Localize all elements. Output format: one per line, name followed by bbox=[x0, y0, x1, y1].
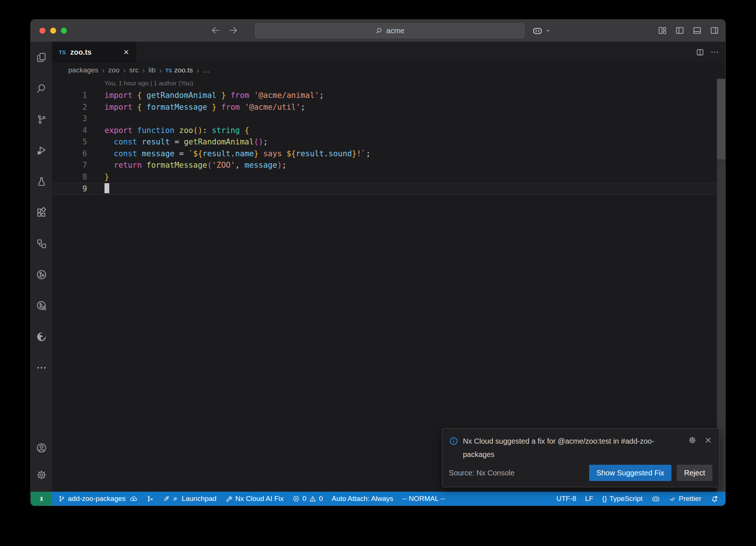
code-token: getRandomAnimal bbox=[184, 137, 254, 146]
customize-layout-icon[interactable] bbox=[657, 25, 667, 35]
testing-icon[interactable] bbox=[36, 176, 47, 187]
git-branch-status[interactable]: add-zoo-packages bbox=[58, 495, 138, 503]
code-token: zoo bbox=[179, 126, 193, 135]
code-line[interactable]: 5 const result = getRandomAnimal(); bbox=[52, 136, 725, 148]
tab-zoo-ts[interactable]: TS zoo.ts ✕ bbox=[52, 42, 136, 62]
activity-bar bbox=[31, 42, 52, 492]
code-token bbox=[104, 149, 114, 158]
code-line[interactable]: 1import { getRandomAnimal } from '@acme/… bbox=[52, 90, 725, 102]
code-line[interactable]: 7 return formatMessage('ZOO', message); bbox=[52, 160, 725, 171]
close-window-button[interactable] bbox=[39, 28, 45, 34]
code-line[interactable]: 9 bbox=[52, 183, 725, 195]
nx-cloud-icon[interactable] bbox=[36, 300, 47, 311]
settings-gear-icon[interactable] bbox=[36, 469, 47, 481]
git-branch-icon bbox=[58, 495, 65, 502]
explorer-icon[interactable] bbox=[36, 52, 47, 63]
back-arrow-icon[interactable] bbox=[210, 25, 221, 36]
copilot-status-icon bbox=[652, 495, 660, 503]
code-token: 'ZOO' bbox=[212, 161, 235, 170]
formatter-label: Prettier bbox=[679, 495, 701, 503]
line-number: 7 bbox=[52, 160, 87, 171]
breadcrumb-item[interactable]: src bbox=[129, 66, 138, 74]
breadcrumb-file[interactable]: TSzoo.ts bbox=[165, 66, 193, 74]
vim-mode-status[interactable]: -- NORMAL -- bbox=[402, 495, 445, 503]
notification-close-icon[interactable] bbox=[704, 436, 712, 444]
formatter-status[interactable]: Prettier bbox=[669, 495, 701, 503]
breadcrumb-item[interactable]: zoo bbox=[108, 66, 120, 74]
code-token: import bbox=[104, 103, 133, 112]
code-token: () bbox=[254, 137, 263, 146]
code-line[interactable]: 4export function zoo(): string { bbox=[52, 125, 725, 137]
more-views-icon[interactable] bbox=[36, 362, 47, 373]
code-token bbox=[133, 103, 137, 112]
line-number: 9 bbox=[52, 183, 87, 195]
code-token: ) bbox=[277, 161, 282, 170]
scrollbar-slider[interactable] bbox=[717, 79, 725, 160]
show-suggested-fix-button[interactable]: Show Suggested Fix bbox=[589, 465, 671, 481]
code-token: result bbox=[296, 149, 324, 158]
auto-attach-status[interactable]: Auto Attach: Always bbox=[331, 495, 393, 503]
code-line[interactable]: 3 bbox=[52, 113, 725, 125]
nx-cloud-ai-fix-status[interactable]: Nx Cloud AI Fix bbox=[225, 495, 284, 503]
toggle-secondary-sidebar-icon[interactable] bbox=[709, 25, 719, 35]
nx-console-icon[interactable] bbox=[36, 269, 47, 280]
toggle-panel-icon[interactable] bbox=[692, 25, 702, 35]
run-debug-icon[interactable] bbox=[36, 145, 47, 156]
encoding-status[interactable]: UTF-8 bbox=[556, 495, 576, 503]
code-token: formatMessage bbox=[147, 103, 207, 112]
remote-indicator[interactable] bbox=[31, 492, 52, 506]
code-token bbox=[240, 103, 245, 112]
nx-cloud-ai-fix-label: Nx Cloud AI Fix bbox=[235, 495, 284, 503]
notification-settings-gear-icon[interactable] bbox=[688, 436, 697, 444]
typescript-file-icon: TS bbox=[165, 68, 172, 74]
info-icon bbox=[449, 436, 458, 446]
split-editor-icon[interactable] bbox=[695, 48, 705, 57]
launchpad-status[interactable]: Launchpad bbox=[163, 495, 216, 503]
code-token: = bbox=[175, 149, 189, 158]
problems-status[interactable]: 0 0 bbox=[292, 495, 323, 503]
code-line[interactable]: 6 const message = `${result.name} says $… bbox=[52, 148, 725, 160]
nx-projects-icon[interactable] bbox=[36, 238, 47, 249]
code-token bbox=[142, 161, 147, 170]
code-token bbox=[175, 126, 179, 135]
tab-close-icon[interactable]: ✕ bbox=[123, 48, 129, 57]
code-token: sound bbox=[329, 149, 352, 158]
account-icon[interactable] bbox=[36, 442, 47, 454]
breadcrumb-overflow[interactable]: … bbox=[203, 66, 210, 74]
breadcrumb-item[interactable]: lib bbox=[148, 66, 155, 74]
project-graph-status[interactable] bbox=[147, 495, 154, 502]
copilot-menu[interactable] bbox=[532, 25, 552, 36]
extensions-icon[interactable] bbox=[36, 207, 47, 218]
code-line[interactable]: 2import { formatMessage } from '@acme/ut… bbox=[52, 102, 725, 113]
line-number: 5 bbox=[52, 136, 87, 148]
eol-status[interactable]: LF bbox=[585, 495, 593, 503]
vscode-window: acme bbox=[30, 19, 726, 506]
code-token: from bbox=[221, 103, 240, 112]
code-token: } bbox=[221, 91, 226, 100]
minimize-window-button[interactable] bbox=[50, 28, 56, 34]
search-sidebar-icon[interactable] bbox=[36, 83, 47, 94]
code-token: import bbox=[104, 91, 133, 100]
text-cursor bbox=[104, 183, 109, 193]
edge-browser-icon[interactable] bbox=[36, 331, 47, 342]
reject-button[interactable]: Reject bbox=[677, 465, 712, 481]
source-control-icon[interactable] bbox=[36, 114, 47, 125]
code-token: { bbox=[137, 91, 142, 100]
copilot-status[interactable] bbox=[652, 495, 660, 503]
git-blame-annotation: You, 1 hour ago | 1 author (You) bbox=[104, 80, 193, 87]
forward-arrow-icon[interactable] bbox=[228, 25, 239, 36]
notifications-status[interactable] bbox=[710, 495, 719, 503]
breadcrumb-item[interactable]: packages bbox=[68, 66, 98, 74]
branch-name: add-zoo-packages bbox=[68, 495, 126, 503]
code-token: } bbox=[254, 149, 259, 158]
editor-more-actions-icon[interactable]: ⋯ bbox=[711, 50, 719, 54]
zoom-window-button[interactable] bbox=[61, 28, 67, 34]
toggle-primary-sidebar-icon[interactable] bbox=[675, 25, 685, 35]
warning-icon bbox=[309, 495, 316, 502]
language-status[interactable]: {} TypeScript bbox=[602, 495, 642, 503]
code-token: getRandomAnimal bbox=[147, 91, 217, 100]
code-token bbox=[240, 126, 245, 135]
command-center-search[interactable]: acme bbox=[255, 23, 525, 38]
breadcrumb-separator-icon: › bbox=[159, 66, 162, 75]
code-line[interactable]: 8} bbox=[52, 171, 725, 183]
